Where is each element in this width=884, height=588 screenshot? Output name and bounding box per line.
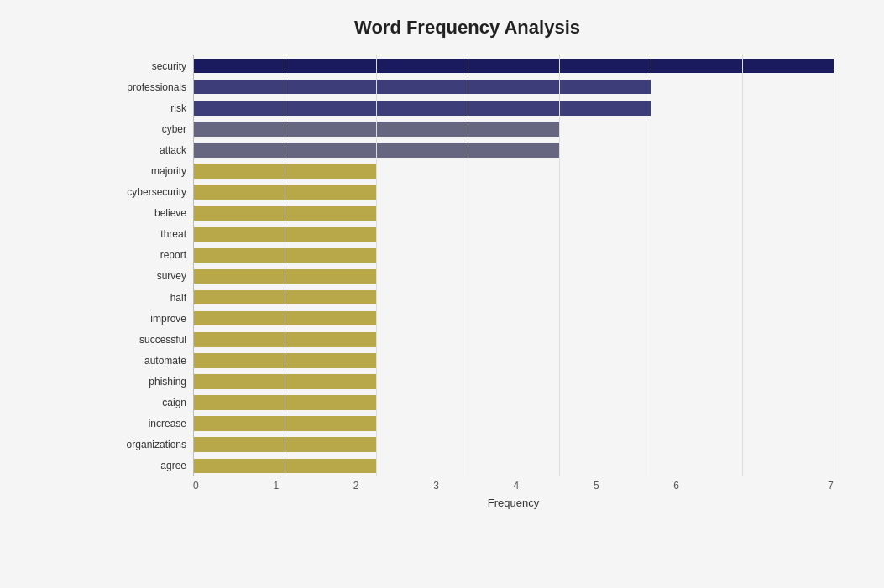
- bar-track: [193, 416, 834, 431]
- bar-track: [193, 353, 834, 368]
- x-axis-label: Frequency: [193, 497, 834, 509]
- bar: [193, 248, 376, 263]
- bar-track: [193, 122, 834, 137]
- bar: [193, 206, 376, 221]
- bar-label: half: [101, 292, 193, 304]
- bar-row: cyber: [101, 118, 834, 139]
- bar-label: phishing: [101, 376, 193, 388]
- x-tick: 3: [433, 480, 513, 492]
- bar-track: [193, 101, 834, 116]
- x-tick: 0: [193, 480, 273, 492]
- bar-track: [193, 206, 834, 221]
- bar-row: agree: [101, 455, 834, 476]
- bar-row: attack: [101, 139, 834, 160]
- chart-title: Word Frequency Analysis: [101, 17, 834, 39]
- bar-label: survey: [101, 270, 193, 282]
- bar-label: cybersecurity: [101, 186, 193, 198]
- bar-row: increase: [101, 414, 834, 434]
- bar: [193, 332, 376, 347]
- grid-line: [834, 55, 834, 476]
- bar: [193, 101, 651, 116]
- bar-track: [193, 269, 834, 284]
- bar-label: risk: [101, 102, 193, 114]
- x-tick: 2: [353, 480, 433, 492]
- bar: [193, 395, 376, 410]
- bar-track: [193, 143, 834, 158]
- bar-track: [193, 185, 834, 200]
- bar-label: security: [101, 60, 193, 72]
- x-tick: 7: [754, 480, 834, 492]
- bar: [193, 459, 376, 474]
- bar-row: automate: [101, 350, 834, 371]
- bar-row: threat: [101, 224, 834, 245]
- bar-row: report: [101, 245, 834, 266]
- bar: [193, 374, 376, 389]
- bar: [193, 59, 834, 74]
- bar: [193, 227, 376, 242]
- bar-label: professionals: [101, 81, 193, 93]
- bar: [193, 164, 376, 179]
- bar-track: [193, 332, 834, 347]
- bar-row: security: [101, 55, 834, 76]
- bar-row: majority: [101, 160, 834, 181]
- chart-container: Word Frequency Analysis securityprofessi…: [0, 0, 884, 588]
- bar-label: cyber: [101, 123, 193, 135]
- bar: [193, 80, 651, 95]
- bar-track: [193, 374, 834, 389]
- bar-label: believe: [101, 207, 193, 219]
- x-tick: 6: [673, 480, 753, 492]
- bar-track: [193, 248, 834, 263]
- bar-row: cybersecurity: [101, 182, 834, 203]
- bar-label: improve: [101, 313, 193, 325]
- bar-track: [193, 290, 834, 305]
- bar-label: report: [101, 249, 193, 261]
- bar: [193, 437, 376, 452]
- bar-row: improve: [101, 308, 834, 329]
- bar: [193, 311, 376, 326]
- bar: [193, 122, 559, 137]
- bar-label: attack: [101, 144, 193, 156]
- chart-area: securityprofessionalsriskcyberattackmajo…: [101, 55, 834, 509]
- bar-row: successful: [101, 329, 834, 350]
- bar-label: increase: [101, 418, 193, 429]
- bar-row: caign: [101, 393, 834, 414]
- bar: [193, 416, 376, 431]
- bar: [193, 290, 376, 305]
- bar-label: automate: [101, 355, 193, 367]
- bar-row: survey: [101, 266, 834, 287]
- bar-row: phishing: [101, 371, 834, 392]
- bar-track: [193, 395, 834, 410]
- bar-row: half: [101, 287, 834, 308]
- bar-label: organizations: [101, 439, 193, 450]
- x-tick: 5: [594, 480, 673, 492]
- bar-track: [193, 459, 834, 474]
- bar-label: threat: [101, 228, 193, 240]
- bar-track: [193, 164, 834, 179]
- bars-section: securityprofessionalsriskcyberattackmajo…: [101, 55, 834, 476]
- bar-row: believe: [101, 203, 834, 224]
- bar: [193, 185, 376, 200]
- bar: [193, 353, 376, 368]
- bar-label: majority: [101, 165, 193, 177]
- bar: [193, 269, 376, 284]
- bar: [193, 143, 559, 158]
- bar-track: [193, 80, 834, 95]
- bar-label: agree: [101, 460, 193, 471]
- bar-row: risk: [101, 97, 834, 118]
- x-tick: 1: [273, 480, 353, 492]
- bar-track: [193, 311, 834, 326]
- x-tick: 4: [514, 480, 594, 492]
- x-axis-area: 01234567 Frequency: [101, 480, 834, 509]
- bar-track: [193, 227, 834, 242]
- bar-track: [193, 59, 834, 74]
- bar-row: organizations: [101, 434, 834, 455]
- bar-label: successful: [101, 334, 193, 346]
- bar-track: [193, 437, 834, 452]
- bar-row: professionals: [101, 76, 834, 97]
- bar-label: caign: [101, 397, 193, 408]
